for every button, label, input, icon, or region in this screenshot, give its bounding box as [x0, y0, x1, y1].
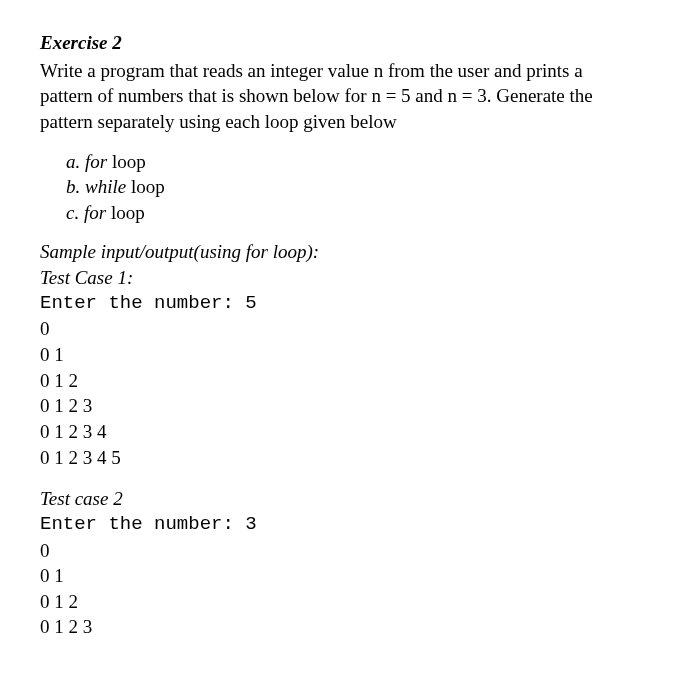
- option-a: a. for loop: [66, 149, 638, 175]
- output-line: 0 1: [40, 563, 638, 589]
- loop-keyword: while: [85, 176, 126, 197]
- output-line: 0 1 2 3 4: [40, 419, 638, 445]
- option-suffix: loop: [107, 151, 146, 172]
- output-line: 0 1 2 3: [40, 393, 638, 419]
- option-letter: b.: [66, 176, 85, 197]
- option-b: b. while loop: [66, 174, 638, 200]
- test-case-1: Test Case 1: Enter the number: 5 0 0 1 0…: [40, 265, 638, 470]
- option-letter: a.: [66, 151, 85, 172]
- exercise-title: Exercise 2: [40, 30, 638, 56]
- output-line: 0 1 2: [40, 368, 638, 394]
- output-line: 0: [40, 316, 638, 342]
- option-suffix: loop: [106, 202, 145, 223]
- test-case-1-label: Test Case 1:: [40, 265, 638, 291]
- option-c: c. for loop: [66, 200, 638, 226]
- test-case-2: Test case 2 Enter the number: 3 0 0 1 0 …: [40, 486, 638, 640]
- output-line: 0 1: [40, 342, 638, 368]
- options-list: a. for loop b. while loop c. for loop: [66, 149, 638, 226]
- problem-statement: Write a program that reads an integer va…: [40, 58, 638, 135]
- output-line: 0 1 2 3 4 5: [40, 445, 638, 471]
- loop-keyword: for: [85, 151, 107, 172]
- option-letter: c.: [66, 202, 84, 223]
- output-line: 0 1 2 3: [40, 614, 638, 640]
- test-case-1-prompt: Enter the number: 5: [40, 291, 638, 317]
- option-suffix: loop: [126, 176, 165, 197]
- output-line: 0 1 2: [40, 589, 638, 615]
- test-case-2-prompt: Enter the number: 3: [40, 512, 638, 538]
- test-case-2-label: Test case 2: [40, 486, 638, 512]
- loop-keyword: for: [84, 202, 106, 223]
- sample-io-heading: Sample input/output(using for loop):: [40, 239, 638, 265]
- output-line: 0: [40, 538, 638, 564]
